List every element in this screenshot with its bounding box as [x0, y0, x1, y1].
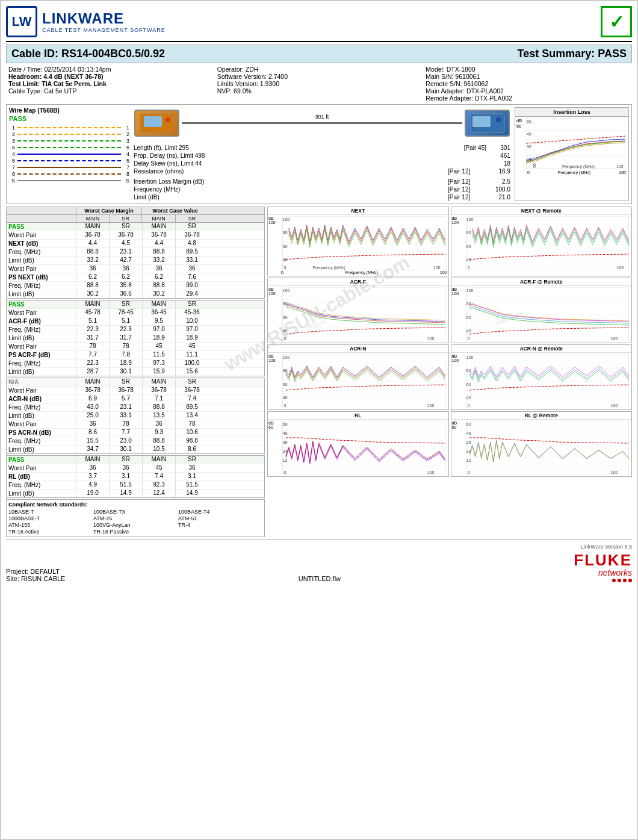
std-5: ATM-25: [93, 515, 178, 521]
acrf-graphs-row: ACR-F dB100 100 80 60 40: [267, 278, 632, 343]
acrf-main-svg: 100 80 60 40 0 100 RISUN: [281, 287, 447, 341]
wire-line-s: S S: [9, 178, 129, 184]
rl-section: PASS MAIN SR MAIN SR Worst Pair 36 36 45…: [6, 455, 265, 498]
main-sn: Main S/N: 9610061: [426, 73, 630, 80]
svg-text:80: 80: [283, 231, 288, 235]
next-row-8: Limit (dB) 30.2 36.6 30.2 29.4: [7, 290, 264, 298]
meas-pair-5: [Pair 12]: [446, 178, 488, 185]
project-label: Project: DEFAULT: [6, 568, 65, 575]
test-limit: Test Limit: TIA Cat 5e Perm. Link: [8, 80, 212, 87]
acrn-main-svg: 100 80 60 40 0 100: [281, 354, 447, 408]
wire-line-5: 5 5: [9, 158, 129, 164]
rl-main-area: dB60 60 48 36 24 12: [268, 420, 448, 476]
svg-text:48: 48: [466, 431, 471, 435]
next-status-row: PASS MAIN SR MAIN SR: [7, 223, 264, 231]
wire-line-2: 2 2: [9, 131, 129, 137]
std-11: TR-16 Passive: [93, 529, 178, 535]
wcm-header: Worst Case Margin: [76, 207, 142, 214]
rl-status: PASS: [7, 456, 76, 464]
meas-row-6: Frequency (MHz) [Pair 12] 100.0: [132, 185, 512, 193]
standards-title: Compliant Network Standards:: [8, 502, 262, 508]
meas-row-3: Delay Skew (ns), Limit 44 18: [132, 160, 512, 167]
svg-rect-6: [526, 118, 625, 169]
meas-val-5: 2.5: [488, 178, 512, 185]
cable-meas-section: 301 ft Length (ft), Limit 295 [Pair 45] …: [132, 107, 512, 201]
logo-text: LINKWARE CABLE TEST MANAGEMENT SOFTWARE: [42, 10, 166, 33]
footer: Project: DEFAULT Site: RISUN CABLE UNTIT…: [6, 540, 632, 582]
meas-row-7: Limit (dB) [Pair 12] 21.0: [132, 193, 512, 201]
svg-text:48: 48: [283, 431, 288, 435]
svg-text:60: 60: [283, 316, 288, 320]
svg-text:36: 36: [466, 440, 471, 444]
insertion-loss-graph: Insertion Loss dB60 60 48 36 24: [515, 107, 629, 201]
std-4: 1000BASE-T: [8, 515, 93, 521]
next-remote-graph-area: dB100 100 80 60 40: [451, 215, 632, 272]
svg-text:80: 80: [466, 231, 471, 235]
next-remote-svg: 100 80 60 40 0 100: [465, 216, 631, 270]
cable-diagram: 301 ft: [132, 107, 512, 139]
next-row-1: Worst Pair 36-78 36-78 36-78 36-78: [7, 231, 264, 240]
meas-label-7: Limit (dB): [132, 193, 446, 201]
meas-pair-6: [Pair 12]: [446, 185, 488, 193]
rl-remote-svg: 60 48 36 24 12 0 100: [465, 421, 631, 475]
acrn-status-row: N/A MAIN SR MAIN SR: [7, 378, 264, 387]
header: LW LINKWARE CABLE TEST MANAGEMENT SOFTWA…: [6, 6, 632, 42]
meas-label-2: Prop. Delay (ns), Limit 498: [132, 152, 446, 160]
linkware-version: LinkWare Version 6.0: [574, 544, 632, 550]
std-8: 100VG-AnyLan: [93, 522, 178, 528]
next-section: PASS MAIN SR MAIN SR Worst Pair 36-78 36…: [6, 222, 265, 299]
info-section: Date / Time: 02/25/2014 03:13:14pm Headr…: [6, 66, 632, 102]
svg-text:100: 100: [466, 288, 473, 293]
meas-pair-4: [Pair 12]: [446, 167, 488, 175]
rl-main-title: RL: [268, 412, 448, 420]
svg-text:0: 0: [467, 266, 469, 270]
wire-map-section: Wire Map (T568B) PASS 1 1 2 2 3 3: [9, 107, 129, 201]
logo-box: LW: [6, 6, 37, 37]
svg-text:60: 60: [466, 382, 471, 387]
svg-text:100: 100: [433, 266, 441, 270]
cable-length-label: 301 ft: [315, 114, 329, 120]
headroom: Headroom: 4.4 dB (NEXT 36-78): [8, 73, 212, 80]
next-status: PASS: [7, 223, 76, 231]
std-6: ATM-51: [178, 515, 262, 521]
next-remote-graph: NEXT @ Remote dB100 100 80 60 40: [451, 207, 633, 276]
meas-label-1: Length (ft), Limit 295: [132, 144, 446, 152]
svg-text:12: 12: [466, 458, 471, 462]
compliant-standards: Compliant Network Standards: 10BASE-T 10…: [6, 499, 265, 537]
cable-line: 301 ft: [182, 122, 462, 124]
svg-text:60: 60: [283, 382, 288, 387]
meas-pair-2: [446, 152, 488, 160]
svg-rect-1: [144, 116, 162, 127]
logo-sub: CABLE TEST MANAGEMENT SOFTWARE: [42, 27, 166, 33]
wire-line-4: 4 4: [9, 151, 129, 157]
logo-letters: LW: [12, 14, 32, 30]
meas-val-2: 461: [488, 152, 512, 160]
wire-pairs: 1 1 2 2 3 3 6 6: [9, 125, 129, 184]
acrn-status: N/A: [7, 378, 76, 386]
svg-text:100: 100: [283, 217, 290, 222]
std-1: 10BASE-T: [8, 509, 93, 515]
next-main-title: NEXT: [268, 207, 448, 215]
wire-line-1: 1 1: [9, 125, 129, 131]
results-tables: Worst Case Margin Worst Case Value MAIN …: [6, 207, 265, 537]
cable-type: Cable Type: Cat 5e UTP: [8, 87, 212, 95]
results-sub-headers: MAIN SR MAIN SR: [6, 214, 265, 222]
il-x-axis: 0 Frequency (MHz) 100: [526, 170, 627, 175]
acrf-remote-svg: 100 80 60 40 0 100 cable.com: [465, 287, 631, 341]
next-row-2: NEXT (dB) 4.4 4.5 4.4 4.8: [7, 240, 264, 248]
fluke-networks: networks: [574, 568, 632, 577]
svg-text:60: 60: [466, 422, 471, 426]
svg-text:100: 100: [283, 288, 290, 293]
meas-label-5: Insertion Loss Margin (dB): [132, 178, 446, 185]
info-col-3: Model: DTX-1800 Main S/N: 9610061 Remote…: [423, 66, 632, 102]
logo-name: LINKWARE: [42, 10, 166, 27]
rl-main-svg: 60 48 36 24 12 0 100: [281, 421, 447, 475]
svg-text:40: 40: [283, 329, 288, 333]
svg-text:0: 0: [467, 337, 469, 341]
svg-text:0: 0: [533, 163, 536, 167]
cable-id-bar: Cable ID: RS14-004BC0.5/0.92 Test Summar…: [6, 45, 632, 63]
svg-text:60: 60: [283, 244, 288, 249]
acrf-remote-graph: ACR-F @ Remote dB100 100 80 60 40: [451, 278, 633, 343]
acrn-remote-title: ACR-N @ Remote: [451, 345, 632, 353]
svg-text:100: 100: [616, 164, 624, 169]
